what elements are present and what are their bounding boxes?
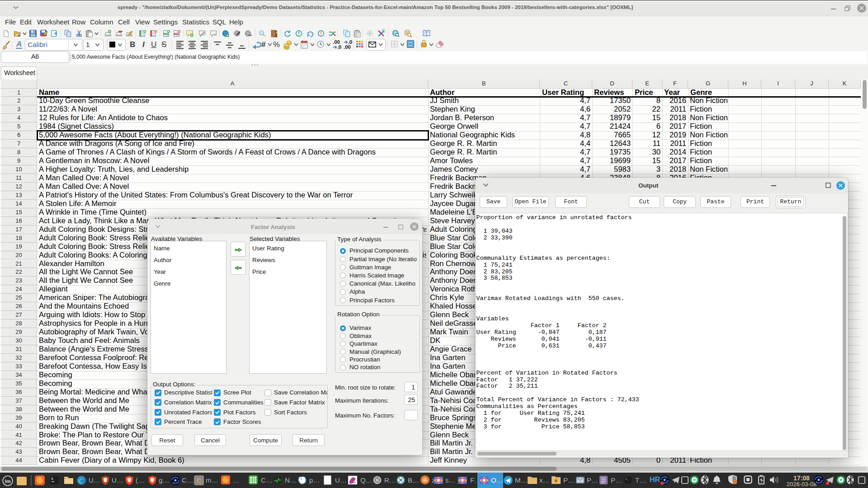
svg-text:>_: >_ xyxy=(625,477,629,481)
svg-text:$: $ xyxy=(51,477,53,481)
svg-text:C: C xyxy=(197,477,201,484)
svg-text:lm: lm xyxy=(5,479,11,484)
